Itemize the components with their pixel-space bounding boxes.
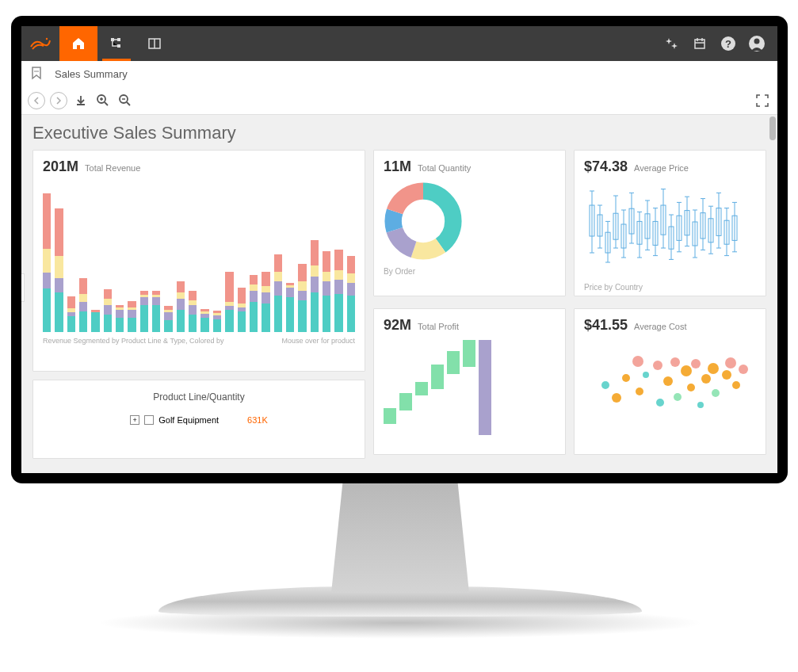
- product-tile: Product Line/Quantity + Golf Equipment 6…: [32, 380, 365, 459]
- bookmark-icon[interactable]: [29, 66, 45, 82]
- profit-value: 92M: [384, 317, 411, 334]
- topbar: ?: [21, 26, 777, 61]
- quantity-label: Total Quantity: [418, 163, 471, 173]
- svg-line-20: [127, 102, 130, 105]
- revenue-label: Total Revenue: [85, 163, 140, 173]
- avg-cost-tile: $41.55 Average Cost: [574, 308, 766, 455]
- product-item: Golf Equipment: [158, 415, 219, 425]
- fullscreen-button[interactable]: [754, 92, 771, 109]
- book-button[interactable]: [136, 26, 174, 61]
- home-button[interactable]: [59, 26, 97, 61]
- breadcrumb-bar: Sales Summary: [21, 61, 777, 86]
- prev-button[interactable]: [28, 92, 45, 109]
- quantity-value: 11M: [384, 158, 411, 175]
- svg-rect-3: [117, 44, 120, 48]
- svg-text:?: ?: [725, 38, 731, 50]
- help-button[interactable]: ?: [714, 26, 743, 61]
- revenue-caption-right: Mouse over for product: [281, 337, 355, 345]
- viewer-toolbar: [21, 86, 777, 115]
- svg-rect-2: [117, 38, 120, 41]
- user-button[interactable]: [743, 26, 771, 61]
- svg-point-13: [754, 39, 760, 44]
- calendar-button[interactable]: [685, 26, 714, 61]
- tree-button[interactable]: [97, 26, 136, 61]
- expand-panel-button[interactable]: [21, 273, 25, 302]
- avg-cost-label: Average Cost: [634, 322, 686, 331]
- sparkle-button[interactable]: [657, 26, 685, 61]
- checkbox-icon[interactable]: [144, 415, 154, 425]
- expand-icon[interactable]: +: [130, 415, 139, 425]
- vertical-scrollbar[interactable]: [769, 115, 776, 473]
- price-boxplot-chart[interactable]: [584, 181, 743, 277]
- profit-label: Total Profit: [418, 322, 459, 331]
- next-button[interactable]: [50, 92, 67, 109]
- svg-rect-6: [695, 40, 704, 48]
- avg-price-value: $74.38: [584, 158, 628, 175]
- product-title: Product Line/Quantity: [43, 388, 355, 403]
- quantity-tile: 11M Total Quantity By Order: [373, 150, 566, 296]
- profit-tile: 92M Total Profit: [373, 308, 566, 455]
- quantity-caption: By Order: [384, 267, 556, 276]
- revenue-chart[interactable]: [43, 181, 355, 332]
- revenue-caption-left: Revenue Segmented by Product Line & Type…: [43, 337, 223, 345]
- quantity-donut-chart[interactable]: [384, 181, 463, 261]
- avg-cost-value: $41.55: [584, 317, 628, 334]
- app-logo: [21, 26, 59, 61]
- zoom-in-button[interactable]: [94, 92, 112, 109]
- avg-price-tile: $74.38 Average Price Price by Country: [574, 150, 766, 296]
- svg-rect-1: [111, 38, 114, 41]
- revenue-tile: 201M Total Revenue Revenue Segmented by …: [32, 150, 365, 372]
- avg-price-caption: Price by Country: [584, 283, 756, 292]
- download-button[interactable]: [72, 92, 90, 109]
- svg-line-16: [105, 102, 108, 105]
- svg-point-0: [46, 38, 48, 40]
- revenue-value: 201M: [43, 158, 78, 175]
- profit-chart[interactable]: [384, 340, 556, 435]
- avg-cost-chart[interactable]: [584, 340, 756, 435]
- page-title: Executive Sales Summary: [32, 123, 766, 143]
- product-value: 631K: [247, 415, 268, 425]
- breadcrumb-label: Sales Summary: [55, 68, 128, 80]
- avg-price-label: Average Price: [634, 163, 689, 173]
- zoom-out-button[interactable]: [116, 92, 134, 109]
